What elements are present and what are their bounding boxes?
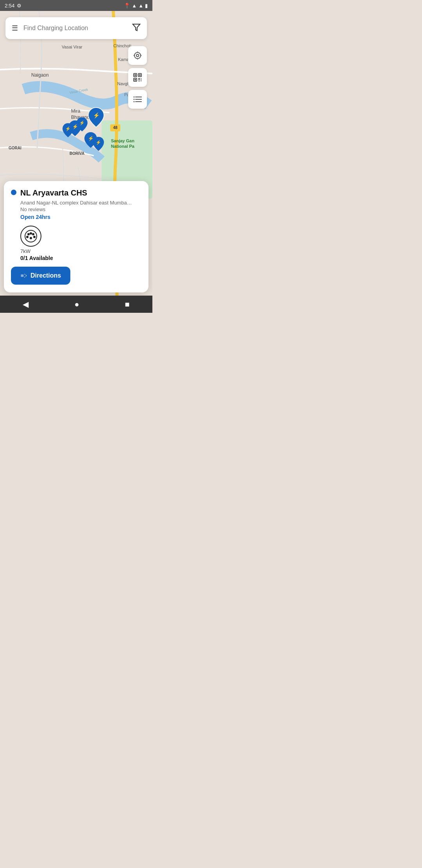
filter-icon[interactable] xyxy=(132,23,141,34)
status-right: 📍 ▲ ▲ ▮ xyxy=(124,3,148,9)
svg-text:Sanjay Gan: Sanjay Gan xyxy=(111,138,134,143)
svg-rect-35 xyxy=(139,74,141,76)
svg-rect-33 xyxy=(134,74,136,76)
status-left: 2:54 ⚙ xyxy=(5,3,21,9)
battery-icon: ▮ xyxy=(145,3,148,9)
right-action-buttons xyxy=(128,46,147,109)
signal-icon: ▲ xyxy=(138,3,143,9)
hamburger-icon[interactable]: ☰ xyxy=(12,24,18,32)
back-button[interactable]: ◀ xyxy=(15,296,36,312)
svg-point-31 xyxy=(134,52,141,59)
navigation-bar: ◀ ● ■ xyxy=(0,296,152,313)
locate-me-button[interactable] xyxy=(128,46,147,65)
settings-icon: ⚙ xyxy=(17,3,21,9)
svg-text:48: 48 xyxy=(113,126,118,130)
home-button[interactable]: ● xyxy=(66,297,87,312)
wifi-icon: ▲ xyxy=(132,3,137,9)
location-icon: 📍 xyxy=(124,3,130,9)
qr-scan-button[interactable] xyxy=(128,68,147,87)
station-address: Anand Nagar-NL complex Dahisar east Mumb… xyxy=(11,200,141,206)
station-header: NL Aryavarta CHS xyxy=(11,188,141,197)
svg-text:Vasai Virar: Vasai Virar xyxy=(62,45,82,49)
svg-point-55 xyxy=(30,232,32,235)
svg-text:⚡: ⚡ xyxy=(93,112,100,119)
svg-rect-42 xyxy=(141,79,141,80)
charge-pin-6[interactable]: ⚡ xyxy=(92,136,105,153)
svg-text:Naigaon: Naigaon xyxy=(31,72,49,78)
charger-power: 7kW xyxy=(20,248,30,254)
station-hours: Open 24hrs xyxy=(11,214,141,220)
list-view-button[interactable] xyxy=(128,90,147,109)
svg-point-43 xyxy=(134,97,135,98)
recents-button[interactable]: ■ xyxy=(117,297,137,312)
svg-rect-40 xyxy=(138,81,140,81)
svg-marker-29 xyxy=(133,24,140,30)
station-card: NL Aryavarta CHS Anand Nagar-NL complex … xyxy=(4,181,148,292)
charge-pin-1[interactable]: ⚡ xyxy=(88,107,105,129)
time-display: 2:54 xyxy=(5,3,14,9)
charger-type-icon xyxy=(20,226,41,247)
charger-info: 7kW 0/1 Available xyxy=(11,226,141,261)
status-bar: 2:54 ⚙ 📍 ▲ ▲ ▮ xyxy=(0,0,152,11)
search-input[interactable] xyxy=(23,25,127,32)
station-reviews: No reviews xyxy=(11,206,141,212)
svg-point-53 xyxy=(30,237,32,239)
svg-text:⚡: ⚡ xyxy=(79,120,85,126)
map-container: 48 Nala Sopara Waliv Vasai Virar Chincho… xyxy=(0,11,152,296)
svg-rect-39 xyxy=(141,78,141,79)
svg-point-45 xyxy=(134,99,135,100)
svg-point-47 xyxy=(134,101,135,102)
svg-point-52 xyxy=(26,236,29,238)
directions-label: Directions xyxy=(30,272,61,279)
svg-point-51 xyxy=(32,233,34,235)
svg-point-54 xyxy=(33,236,36,238)
search-bar[interactable]: ☰ xyxy=(5,17,147,39)
svg-rect-41 xyxy=(141,81,141,81)
charge-pin-4[interactable]: ⚡ xyxy=(62,122,74,140)
svg-rect-37 xyxy=(134,79,136,81)
svg-point-30 xyxy=(136,54,139,57)
charger-availability: 0/1 Available xyxy=(20,255,53,261)
station-name: NL Aryavarta CHS xyxy=(20,188,87,197)
svg-point-50 xyxy=(27,233,30,235)
svg-text:Mira: Mira xyxy=(71,108,80,114)
svg-text:⚡: ⚡ xyxy=(65,126,71,131)
svg-text:⚡: ⚡ xyxy=(96,140,101,145)
svg-text:BORIVA: BORIVA xyxy=(70,151,84,156)
status-indicator xyxy=(11,190,16,195)
directions-button[interactable]: Directions xyxy=(11,267,70,285)
svg-text:GORAI: GORAI xyxy=(9,146,21,150)
svg-rect-38 xyxy=(138,78,140,80)
svg-text:National Pa: National Pa xyxy=(111,144,135,149)
